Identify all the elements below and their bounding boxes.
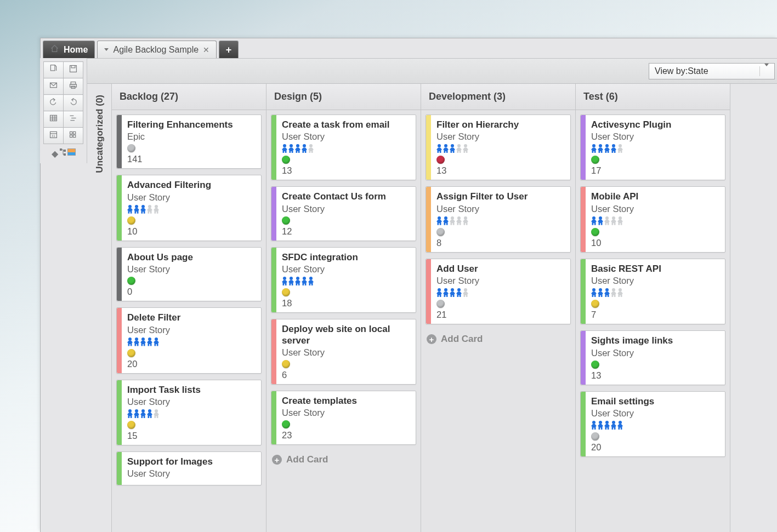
card-stripe [581,259,586,324]
effort-indicator [436,216,565,225]
card[interactable]: Advanced FilteringUser Story10 [116,175,262,241]
uncategorized-lane[interactable]: Uncategorized (0) [88,84,112,532]
card-points: 18 [282,298,410,308]
card[interactable]: Delete FilterUser Story20 [116,307,262,373]
card[interactable]: Create a task from emailUser Story13 [271,115,416,180]
document-tab-label: Agile Backlog Sample [113,45,198,55]
column-header[interactable]: Test (6) [576,84,730,110]
card-type: Epic [127,131,256,142]
card[interactable]: Filtering EnhancementsEpic141 [116,115,262,169]
card[interactable]: Sights image linksUser Story13 [580,330,725,385]
print-button[interactable] [64,78,83,95]
person-icon [611,144,616,153]
card-title: SFDC integration [282,252,410,263]
person-icon [450,216,455,225]
document-tab[interactable]: Agile Backlog Sample ✕ [97,41,217,58]
column: Test (6)Activesync PluginUser Story17Mob… [576,84,730,532]
card-stripe [117,115,122,168]
card[interactable]: Filter on HierarchyUser Story13 [426,115,571,180]
close-tab-icon[interactable]: ✕ [203,45,209,54]
card-type: User Story [127,192,256,203]
home-tab[interactable]: Home [43,41,95,58]
undo-button[interactable] [44,95,64,111]
diamond-icon: ◆ [52,148,58,159]
grid-view-button[interactable] [44,111,64,128]
status-row [127,216,256,225]
effort-indicator [591,216,719,225]
person-icon [450,288,455,297]
effort-indicator [591,421,719,430]
card[interactable]: Create templatesUser Story23 [271,391,416,445]
status-row [436,156,565,164]
card[interactable]: Activesync PluginUser Story17 [580,115,725,180]
person-icon [604,216,610,225]
status-dot [282,288,290,296]
status-dot [591,300,599,308]
person-icon [140,337,146,346]
card-type: User Story [436,204,565,214]
person-icon [302,144,307,153]
card[interactable]: Add UserUser Story21 [426,259,571,324]
add-card-button[interactable]: +Add Card [426,330,571,348]
calendar-view-button[interactable]: 31 [44,128,64,144]
person-icon [154,205,159,214]
new-tab-button[interactable]: + [219,41,239,58]
card-type: User Story [591,276,719,286]
redo-button[interactable] [64,95,83,111]
card-type: User Story [127,325,256,335]
card[interactable]: About Us pageUser Story0 [116,247,262,301]
add-card-button[interactable]: +Add Card [271,451,416,468]
save-button[interactable] [64,62,83,78]
column: Backlog (27)Filtering EnhancementsEpic14… [112,84,266,532]
card-title: Create Contact Us form [282,191,410,202]
person-icon [591,288,597,297]
card[interactable]: Mobile APIUser Story10 [580,186,725,252]
chevron-down-icon [759,66,769,76]
status-row [282,420,410,428]
svg-rect-24 [64,153,66,156]
person-icon [617,216,623,225]
person-icon [598,144,603,153]
svg-rect-4 [71,82,76,84]
gantt-view-button[interactable] [64,111,83,128]
card[interactable]: Assign Filter to UserUser Story8 [426,186,571,252]
column-header[interactable]: Design (5) [266,84,421,110]
status-row [127,349,256,357]
status-row [591,361,719,369]
person-icon [288,277,294,285]
view-by-dropdown[interactable]: View by: State [649,63,775,79]
svg-text:31: 31 [52,134,55,138]
card[interactable]: Deploy web site on local serverUser Stor… [271,319,416,385]
column-header[interactable]: Development (3) [421,84,575,110]
person-icon [134,409,139,418]
card-title: Basic REST API [591,264,719,274]
home-tab-label: Home [64,45,88,55]
home-icon [50,44,59,55]
card[interactable]: Basic REST APIUser Story7 [580,259,725,324]
effort-indicator [282,144,410,153]
tab-dropdown-icon[interactable] [104,48,109,51]
card-points: 17 [591,165,719,176]
status-row [282,216,410,225]
card[interactable]: Import Task listsUser Story15 [116,380,262,445]
person-icon [604,421,610,430]
card[interactable]: Support for ImagesUser Story [116,451,262,485]
column-header[interactable]: Backlog (27) [112,84,266,110]
card-stripe [117,452,122,485]
mail-button[interactable] [44,78,64,95]
status-dot [127,216,135,225]
person-icon [617,144,623,153]
card[interactable]: Create Contact Us formUser Story12 [271,186,416,241]
card-type: User Story [591,408,719,419]
person-icon [463,288,468,297]
card-type: User Story [591,131,719,142]
card-title: Deploy web site on local server [282,324,410,346]
person-icon [591,216,597,225]
card-type: User Story [282,204,410,214]
card[interactable]: Email settingsUser Story20 [580,391,725,457]
card-view-button[interactable] [64,128,83,144]
card-points: 10 [127,226,256,237]
person-icon [282,277,287,285]
card[interactable]: SFDC integrationUser Story18 [271,247,416,313]
new-sheet-button[interactable] [44,62,64,78]
